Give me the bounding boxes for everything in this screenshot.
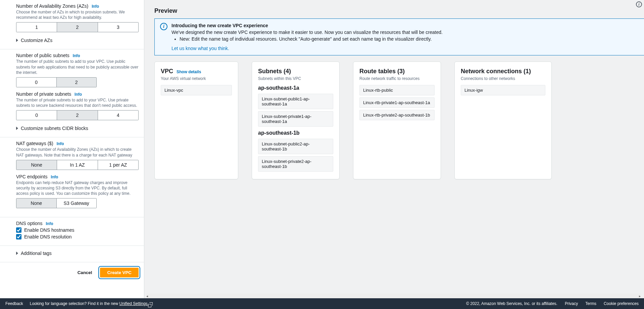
private-subnets-option-4[interactable]: 4 [98, 111, 138, 120]
cancel-button[interactable]: Cancel [73, 268, 96, 277]
field-azs: Number of Availability Zones (AZs) Info … [16, 3, 139, 32]
nat-option-1az[interactable]: In 1 AZ [57, 160, 98, 170]
route-table-resource[interactable]: Linux-rtb-public [359, 85, 435, 95]
route-tables-card: Route tables (3) Route network traffic t… [353, 61, 441, 179]
subnet-resource[interactable]: Linux-subnet-public1-ap-southeast-1a [258, 94, 333, 109]
public-subnets-hint: The number of public subnets to add to y… [16, 59, 139, 75]
dns-hostnames-label: Enable DNS hostnames [24, 227, 74, 233]
caret-right-icon [16, 39, 18, 42]
public-subnets-label: Number of public subnets [16, 53, 69, 58]
nat-label: NAT gateways ($) [16, 141, 53, 146]
footer-bar: Feedback Looking for language selection?… [0, 298, 644, 309]
network-card-title: Network connections (1) [461, 68, 531, 75]
dns-options-label: DNS options [16, 221, 43, 226]
terms-link[interactable]: Terms [585, 301, 596, 306]
private-subnets-hint: The number of private subnets to add to … [16, 97, 139, 108]
subnet-resource[interactable]: Linux-subnet-private2-ap-southeast-1b [258, 156, 333, 172]
private-subnets-option-0[interactable]: 0 [16, 111, 57, 120]
vpce-hint: Endpoints can help reduce NAT gateway ch… [16, 180, 139, 196]
private-subnets-segment: 0 2 4 [16, 110, 139, 120]
route-table-resource[interactable]: Linux-rtb-private1-ap-southeast-1a [359, 97, 435, 108]
footer-lang-text: Looking for language selection? Find it … [30, 301, 153, 306]
public-subnets-option-0[interactable]: 0 [16, 78, 57, 87]
preview-title: Preview [154, 7, 644, 14]
create-vpc-button[interactable]: Create VPC [100, 268, 139, 277]
vpc-card-title: VPC [161, 68, 173, 75]
private-subnets-option-2[interactable]: 2 [57, 111, 98, 120]
dns-resolution-checkbox[interactable] [16, 234, 21, 239]
info-circle-icon [160, 23, 167, 30]
vpce-label: VPC endpoints [16, 174, 47, 179]
azs-option-1[interactable]: 1 [16, 23, 57, 32]
banner-bullet: New: Edit the name tag of individual res… [180, 36, 443, 42]
field-private-subnets: Number of private subnets Info The numbe… [16, 91, 139, 120]
dns-resolution-label: Enable DNS resolution [24, 234, 72, 239]
customize-azs-expander[interactable]: Customize AZs [16, 36, 139, 44]
subnets-card-title: Subnets (4) [258, 68, 291, 75]
vpc-card-sub: Your AWS virtual network [161, 76, 232, 81]
dns-hostnames-checkbox[interactable] [16, 227, 21, 233]
privacy-link[interactable]: Privacy [565, 301, 578, 306]
azs-hint: Choose the number of AZs in which to pro… [16, 9, 139, 20]
public-subnets-option-2[interactable]: 2 [57, 78, 97, 87]
vpc-resource[interactable]: Linux-vpc [161, 85, 232, 95]
banner-feedback-link[interactable]: Let us know what you think. [171, 46, 229, 51]
private-subnets-info-link[interactable]: Info [75, 92, 82, 97]
route-table-resource[interactable]: Linux-rtb-private2-ap-southeast-1b [359, 110, 435, 120]
unified-settings-link[interactable]: Unified Settings [119, 301, 153, 306]
caret-right-icon [16, 127, 18, 130]
subnets-card-sub: Subnets within this VPC [258, 76, 333, 81]
banner-title: Introducing the new create VPC experienc… [171, 23, 443, 28]
az-1a-label: ap-southeast-1a [258, 85, 333, 91]
subnet-resource[interactable]: Linux-subnet-private1-ap-southeast-1a [258, 111, 333, 127]
vpce-option-none[interactable]: None [16, 198, 57, 208]
azs-option-2[interactable]: 2 [57, 23, 98, 32]
field-nat-gateways: NAT gateways ($) Info Choose the number … [16, 141, 139, 170]
subnets-card: Subnets (4) Subnets within this VPC ap-s… [252, 61, 340, 179]
nat-segment: None In 1 AZ 1 per AZ [16, 160, 139, 170]
network-card: Network connections (1) Connections to o… [454, 61, 552, 179]
copyright-text: © 2022, Amazon Web Services, Inc. or its… [466, 301, 557, 306]
private-subnets-label: Number of private subnets [16, 91, 71, 97]
feedback-link[interactable]: Feedback [5, 301, 23, 306]
vpc-show-details-link[interactable]: Show details [177, 70, 201, 74]
intro-banner: Introducing the new create VPC experienc… [154, 18, 644, 55]
nat-hint: Choose the number of Availability Zones … [16, 147, 139, 158]
azs-segment: 1 2 3 [16, 22, 139, 32]
form-actions: Cancel Create VPC [0, 262, 144, 283]
vpc-card: VPC Show details Your AWS virtual networ… [154, 61, 238, 179]
network-resource[interactable]: Linux-igw [461, 85, 545, 95]
public-subnets-segment: 0 2 [16, 77, 97, 87]
azs-info-link[interactable]: Info [92, 4, 99, 9]
public-subnets-info-link[interactable]: Info [73, 53, 80, 58]
dns-info-link[interactable]: Info [46, 221, 53, 226]
nat-info-link[interactable]: Info [57, 141, 64, 146]
subnet-resource[interactable]: Linux-subnet-public2-ap-southeast-1b [258, 139, 333, 154]
preview-panel: i Preview Introducing the new create VPC… [144, 0, 644, 298]
vpc-settings-panel: Number of Availability Zones (AZs) Info … [0, 0, 144, 298]
horizontal-scrollbar[interactable]: ◂▸ [146, 294, 641, 298]
azs-label: Number of Availability Zones (AZs) [16, 3, 88, 9]
az-1b-label: ap-southeast-1b [258, 130, 333, 136]
nat-option-none[interactable]: None [16, 160, 57, 170]
route-tables-card-title: Route tables (3) [359, 68, 405, 75]
external-link-icon [149, 302, 153, 306]
additional-tags-expander[interactable]: Additional tags [16, 249, 139, 257]
route-tables-card-sub: Route network traffic to resources [359, 76, 435, 81]
info-icon[interactable]: i [636, 1, 642, 7]
field-public-subnets: Number of public subnets Info The number… [16, 53, 139, 87]
field-vpc-endpoints: VPC endpoints Info Endpoints can help re… [16, 174, 139, 209]
resource-cards: VPC Show details Your AWS virtual networ… [154, 61, 644, 179]
banner-text: We've designed the new create VPC experi… [171, 30, 443, 35]
nat-option-peraz[interactable]: 1 per AZ [98, 160, 138, 170]
vpce-segment: None S3 Gateway [16, 198, 97, 208]
cookie-preferences-link[interactable]: Cookie preferences [604, 301, 639, 306]
caret-right-icon [16, 252, 18, 255]
vpce-info-link[interactable]: Info [51, 175, 58, 179]
customize-cidr-expander[interactable]: Customize subnets CIDR blocks [16, 124, 139, 132]
network-card-sub: Connections to other networks [461, 76, 545, 81]
azs-option-3[interactable]: 3 [98, 23, 138, 32]
vpce-option-s3[interactable]: S3 Gateway [57, 198, 97, 208]
